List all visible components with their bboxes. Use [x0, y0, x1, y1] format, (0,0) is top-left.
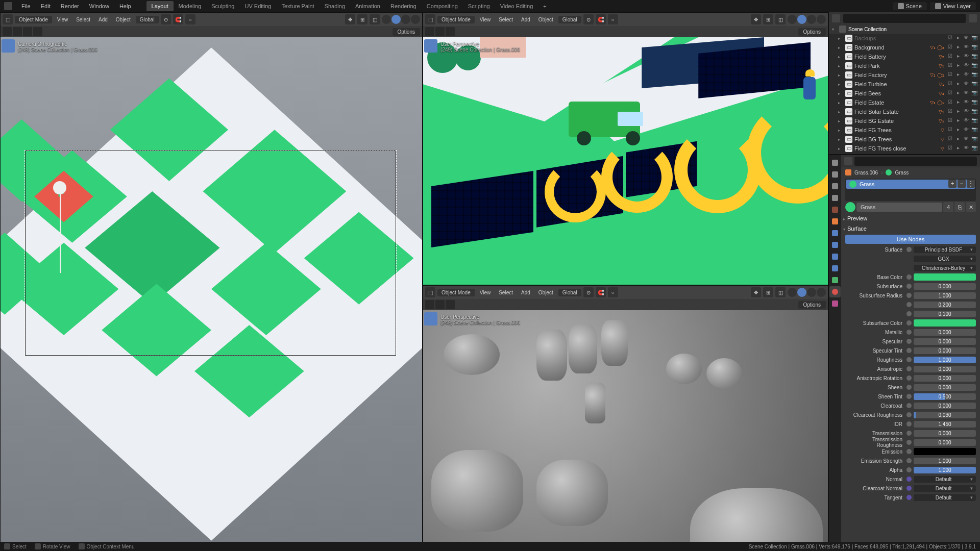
proportional-icon[interactable]: ○	[608, 14, 618, 24]
outliner-collection[interactable]: ▸ ▭ Field Turbine ▽₁ ☑ ▸ 👁 📷	[829, 80, 980, 89]
disclosure-icon[interactable]: ▸	[838, 119, 843, 123]
add-menu[interactable]: Add	[518, 289, 533, 296]
socket-dot-icon[interactable]	[906, 284, 912, 289]
outliner-tree[interactable]: ▾ Scene Collection ▸ ▭ Backups ☑ ▸ 👁 📷 ▸…	[829, 24, 980, 155]
exclude-toggle-icon[interactable]: ☑	[946, 117, 953, 124]
number-field[interactable]: 1.000	[914, 292, 976, 299]
tab-scene-icon[interactable]	[829, 192, 841, 204]
shading-rendered-icon[interactable]	[817, 15, 826, 24]
material-unlink-button[interactable]: ✕	[966, 202, 976, 212]
shading-rendered-icon[interactable]	[817, 288, 826, 297]
outliner-collection[interactable]: ▸ ▭ Background ▽₁ ◯₂ ☑ ▸ 👁 📷	[829, 43, 980, 52]
toolbar-btn[interactable]	[33, 27, 42, 36]
selectable-toggle-icon[interactable]: ▸	[954, 71, 962, 79]
menu-edit[interactable]: Edit	[36, 1, 56, 11]
visibility-toggle-icon[interactable]: 👁	[963, 71, 970, 79]
shading-wire-icon[interactable]	[382, 15, 391, 24]
workspace-tab-scripting[interactable]: Scripting	[463, 1, 495, 11]
selectable-toggle-icon[interactable]: ▸	[954, 62, 962, 69]
viewport-camera[interactable]: ⬚ Object Mode View Select Add Object Glo…	[0, 12, 423, 551]
editor-type-icon[interactable]: ⬚	[425, 14, 435, 24]
object-menu[interactable]: Object	[535, 289, 556, 296]
number-field[interactable]: 0.000	[914, 347, 976, 354]
socket-dot-icon[interactable]	[906, 477, 912, 482]
view-menu[interactable]: View	[477, 289, 494, 296]
socket-dot-icon[interactable]	[906, 366, 912, 371]
outliner-collection[interactable]: ▸ ▭ Field FG Trees ▽ ☑ ▸ 👁 📷	[829, 126, 980, 135]
orientation-dropdown[interactable]: Global	[136, 16, 159, 23]
toolbar-btn[interactable]	[435, 300, 445, 309]
menu-window[interactable]: Window	[84, 1, 114, 11]
toolbar-btn[interactable]	[446, 27, 455, 36]
disclosure-icon[interactable]: ▸	[838, 146, 843, 151]
socket-dot-icon[interactable]	[906, 421, 912, 427]
visibility-toggle-icon[interactable]: 👁	[963, 90, 970, 97]
number-field[interactable]: 0.000	[914, 430, 976, 437]
surface-shader-dropdown[interactable]: Principled BSDF▾	[914, 246, 976, 253]
outliner-collection[interactable]: ▸ ▭ Field Factory ▽₁ ◯₂ ☑ ▸ 👁 📷	[829, 70, 980, 80]
pivot-icon[interactable]: ⊙	[583, 14, 594, 24]
view-menu[interactable]: View	[54, 16, 71, 23]
tab-particles-icon[interactable]	[829, 239, 841, 251]
exclude-toggle-icon[interactable]: ☑	[946, 35, 953, 42]
tool-select-box-icon[interactable]	[424, 312, 437, 325]
render-toggle-icon[interactable]: 📷	[971, 71, 978, 79]
disclosure-icon[interactable]: ▸	[838, 110, 843, 114]
toolbar-btn[interactable]	[446, 300, 455, 309]
viewport-perspective-matcap[interactable]: ⬚ Object Mode View Select Add Object Glo…	[423, 285, 828, 551]
properties-search-input[interactable]	[854, 157, 977, 166]
properties-editor[interactable]: Grass.006 › Grass Grass + − ⋮	[829, 155, 980, 551]
tab-modifier-icon[interactable]	[829, 228, 841, 239]
outliner-collection[interactable]: ▸ ▭ Field Park ▽₁ ☑ ▸ 👁 📷	[829, 61, 980, 70]
selectable-toggle-icon[interactable]: ▸	[954, 136, 962, 143]
selectable-toggle-icon[interactable]: ▸	[954, 81, 962, 88]
vector-default-dropdown[interactable]: Default▾	[914, 476, 976, 483]
viewlayer-selector[interactable]: View Layer	[930, 2, 976, 10]
mode-dropdown[interactable]: Object Mode	[15, 16, 52, 23]
editor-type-icon[interactable]	[844, 157, 852, 165]
selectable-toggle-icon[interactable]: ▸	[954, 44, 962, 51]
pivot-icon[interactable]: ⊙	[583, 287, 594, 297]
disclosure-icon[interactable]: ▸	[838, 137, 843, 142]
workspace-tab-video-editing[interactable]: Video Editing	[495, 1, 538, 11]
options-popover[interactable]: Options	[798, 28, 826, 36]
socket-dot-icon[interactable]	[906, 440, 912, 445]
socket-dot-icon[interactable]	[906, 467, 912, 472]
socket-dot-icon[interactable]	[906, 486, 912, 491]
disclosure-icon[interactable]: ▸	[838, 36, 843, 41]
render-toggle-icon[interactable]: 📷	[971, 136, 978, 143]
proportional-icon[interactable]: ○	[608, 287, 618, 297]
socket-dot-icon[interactable]	[906, 247, 912, 252]
color-field[interactable]	[914, 448, 976, 455]
vector-default-dropdown[interactable]: Default▾	[914, 485, 976, 492]
shading-rendered-icon[interactable]	[411, 15, 420, 24]
toolbar-btn[interactable]	[23, 27, 32, 36]
gizmo-icon[interactable]: ✥	[751, 287, 761, 297]
shading-solid-icon[interactable]	[391, 15, 401, 24]
selectable-toggle-icon[interactable]: ▸	[954, 145, 962, 152]
exclude-toggle-icon[interactable]: ☑	[946, 62, 953, 69]
tab-output-icon[interactable]	[829, 169, 841, 180]
filter-icon[interactable]	[969, 14, 977, 22]
add-menu[interactable]: Add	[95, 16, 111, 23]
disclosure-icon[interactable]: ▸	[838, 82, 843, 87]
socket-dot-icon[interactable]	[906, 431, 912, 436]
number-field[interactable]: 0.100	[914, 311, 976, 317]
xray-icon[interactable]: ◫	[775, 287, 786, 297]
shading-wire-icon[interactable]	[788, 15, 797, 24]
add-menu[interactable]: Add	[518, 16, 533, 23]
visibility-toggle-icon[interactable]: 👁	[963, 108, 970, 115]
visibility-toggle-icon[interactable]: 👁	[963, 35, 970, 42]
shading-solid-icon[interactable]	[797, 288, 806, 297]
socket-dot-icon[interactable]	[906, 274, 912, 280]
number-field[interactable]: 0.000	[914, 375, 976, 382]
outliner-collection[interactable]: ▸ ▭ Field BG Estate ▽₅ ☑ ▸ 👁 📷	[829, 116, 980, 126]
tab-world-icon[interactable]	[829, 204, 841, 215]
editor-type-icon[interactable]: ⬚	[425, 287, 435, 297]
snap-icon[interactable]: 🧲	[596, 14, 606, 24]
render-toggle-icon[interactable]: 📷	[971, 53, 978, 60]
visibility-toggle-icon[interactable]: 👁	[963, 53, 970, 60]
exclude-toggle-icon[interactable]: ☑	[946, 108, 953, 115]
workspace-tab-rendering[interactable]: Rendering	[385, 1, 422, 11]
options-popover[interactable]: Options	[393, 28, 420, 36]
